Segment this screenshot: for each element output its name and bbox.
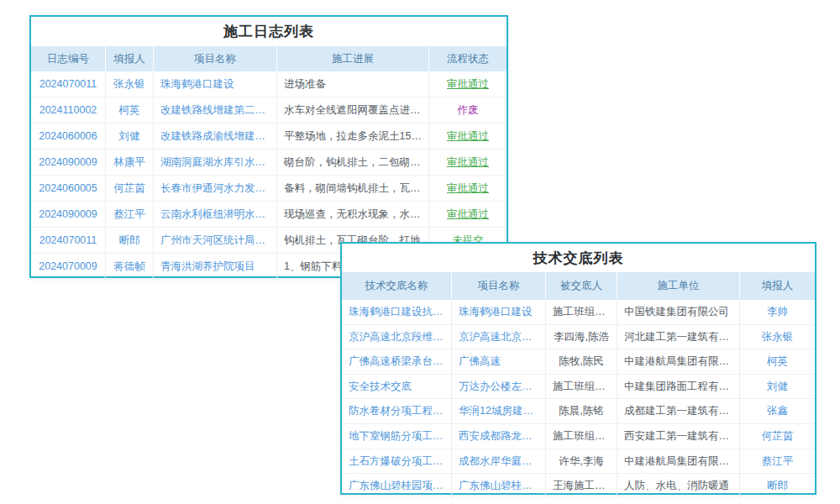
reporter-link[interactable]: 刘健	[740, 375, 815, 399]
column-header-progress: 施工进展	[277, 46, 429, 71]
recipient-text: 施工班组带班...	[546, 424, 617, 449]
column-header-project: 项目名称	[452, 272, 546, 300]
log-no-link[interactable]: 2024060006	[31, 123, 106, 149]
project-link[interactable]: 广佛高速	[452, 349, 546, 374]
reporter-link[interactable]: 何芷茵	[740, 424, 815, 449]
recipient-text: 王海施工队全队	[546, 474, 617, 499]
project-link[interactable]: 京沪高速北京段维修	[452, 325, 546, 349]
table-row: 2024110002 柯英 改建铁路线增建第二线直... 水车对全线遮阳网覆盖点…	[31, 97, 507, 123]
log-no-link[interactable]: 2024070011	[31, 228, 106, 253]
table-row: 2024090009 林康平 湖南洞庭湖水库引水工程... 砌台阶，钩机排土，二…	[31, 150, 507, 176]
disclosure-name-link[interactable]: 防水卷材分项工程施...	[342, 399, 452, 423]
log-no-link[interactable]: 2024060005	[31, 176, 106, 201]
status-link[interactable]: 审批通过	[429, 176, 507, 201]
recipient-text: 许华,李海	[546, 449, 617, 474]
log-no-link[interactable]: 2024110002	[31, 97, 106, 123]
disclosure-name-link[interactable]: 珠海鹤港口建设抗浮...	[342, 300, 452, 324]
unit-text: 河北建工第一建筑有限责任公司	[617, 325, 740, 349]
disclosure-name-link[interactable]: 广佛高速桥梁承台施...	[342, 349, 452, 374]
project-link[interactable]: 改建铁路成渝线增建第二...	[154, 123, 277, 149]
reporter-link[interactable]: 张永银	[106, 71, 154, 97]
status-badge: 作废	[429, 97, 507, 123]
project-link[interactable]: 成都水岸华庭名苑...	[452, 449, 546, 474]
disclosure-name-link[interactable]: 京沪高速北京段维修...	[342, 325, 452, 349]
progress-text: 砌台阶，钩机排土，二包砌间...	[277, 150, 429, 175]
project-link[interactable]: 广东佛山碧桂园项目	[452, 474, 546, 499]
project-link[interactable]: 华润12城房建工...	[452, 399, 546, 423]
disclosure-name-link[interactable]: 安全技术交底	[342, 375, 452, 399]
table-row: 京沪高速北京段维修... 京沪高速北京段维修 李四海,陈浩 河北建工第一建筑有限…	[342, 325, 815, 350]
log-no-link[interactable]: 2024090009	[31, 202, 106, 227]
table-row: 广佛高速桥梁承台施... 广佛高速 陈牧,陈民 中建港航局集团有限公司 柯英	[342, 349, 815, 375]
tech-disclosure-titlebar: 技术交底列表	[342, 244, 815, 272]
construction-log-panel: 施工日志列表 日志编号 填报人 项目名称 施工进展 流程状态 202407001…	[29, 15, 508, 278]
project-link[interactable]: 珠海鹤港口建设	[154, 71, 277, 97]
disclosure-name-link[interactable]: 地下室钢筋分项工程...	[342, 424, 452, 449]
unit-text: 成都建工第一建筑有限责任公司	[617, 399, 740, 423]
table-row: 2024090009 蔡江平 云南水利枢纽潜明水库一... 现场巡查，无积水现象…	[31, 202, 507, 228]
column-header-log-no: 日志编号	[31, 46, 106, 71]
reporter-link[interactable]: 何芷茵	[106, 176, 154, 201]
disclosure-name-link[interactable]: 广东佛山碧桂园项目...	[342, 474, 452, 499]
tech-disclosure-body: 珠海鹤港口建设抗浮... 珠海鹤港口建设 施工班组带班... 中国铁建集团有限公…	[342, 300, 815, 499]
table-row: 珠海鹤港口建设抗浮... 珠海鹤港口建设 施工班组带班... 中国铁建集团有限公…	[342, 300, 815, 325]
table-row: 防水卷材分项工程施... 华润12城房建工... 陈晨,陈铭 成都建工第一建筑有…	[342, 399, 815, 424]
reporter-link[interactable]: 柯英	[740, 349, 815, 374]
tech-disclosure-panel: 技术交底列表 技术交底名称 项目名称 被交底人 施工单位 填报人 珠海鹤港口建设…	[340, 242, 816, 495]
status-link[interactable]: 审批通过	[429, 123, 507, 149]
table-row: 安全技术交底 万达办公楼左侧A... 施工班组带班... 中建集团路面工程有限公…	[342, 375, 815, 400]
column-header-status: 流程状态	[429, 46, 507, 71]
reporter-link[interactable]: 张永银	[740, 325, 815, 349]
reporter-link[interactable]: 蒋德帧	[106, 254, 154, 280]
project-link[interactable]: 云南水利枢纽潜明水库一...	[154, 202, 277, 227]
recipient-text: 施工班组带班...	[546, 300, 617, 324]
reporter-link[interactable]: 断郎	[740, 474, 815, 499]
project-link[interactable]: 广州市天河区统计局机房...	[154, 228, 277, 253]
column-header-reporter: 填报人	[106, 46, 154, 71]
reporter-link[interactable]: 断郎	[106, 228, 154, 253]
reporter-link[interactable]: 林康平	[106, 150, 154, 175]
construction-log-titlebar: 施工日志列表	[31, 17, 507, 46]
recipient-text: 施工班组带班...	[546, 375, 617, 399]
project-link[interactable]: 青海洪湖养护院项目	[154, 254, 277, 280]
progress-text: 平整场地，拉走多余泥土15辆...	[277, 123, 429, 149]
unit-text: 中建港航局集团有限公司	[617, 449, 740, 474]
reporter-link[interactable]: 蔡江平	[106, 202, 154, 227]
table-row: 土石方爆破分项工程... 成都水岸华庭名苑... 许华,李海 中建港航局集团有限…	[342, 449, 815, 475]
progress-text: 备料，砌间墙钩机排土，瓦工...	[277, 176, 429, 201]
table-row: 广东佛山碧桂园项目... 广东佛山碧桂园项目 王海施工队全队 人防、水电、消防暖…	[342, 474, 815, 499]
reporter-link[interactable]: 张鑫	[740, 399, 815, 423]
status-link[interactable]: 审批通过	[429, 71, 507, 97]
disclosure-name-link[interactable]: 土石方爆破分项工程...	[342, 449, 452, 474]
tech-disclosure-header-row: 技术交底名称 项目名称 被交底人 施工单位 填报人	[342, 272, 815, 300]
progress-text: 现场巡查，无积水现象，水马...	[277, 202, 429, 227]
log-no-link[interactable]: 2024090009	[31, 150, 106, 175]
log-no-link[interactable]: 2024070009	[31, 254, 106, 280]
column-header-disclosure-name: 技术交底名称	[342, 272, 452, 300]
status-link[interactable]: 审批通过	[429, 202, 507, 227]
progress-text: 进场准备	[277, 71, 429, 97]
project-link[interactable]: 长春市伊通河水力发电厂...	[154, 176, 277, 201]
project-link[interactable]: 西安成都路龙湖上...	[452, 424, 546, 449]
unit-text: 人防、水电、消防暖通	[617, 474, 740, 499]
project-link[interactable]: 珠海鹤港口建设	[452, 300, 546, 324]
recipient-text: 陈牧,陈民	[546, 349, 617, 374]
table-row: 地下室钢筋分项工程... 西安成都路龙湖上... 施工班组带班... 西安建工第…	[342, 424, 815, 449]
construction-log-title: 施工日志列表	[223, 22, 314, 41]
progress-text: 水车对全线遮阳网覆盖点进行...	[277, 97, 429, 123]
status-link[interactable]: 审批通过	[429, 150, 507, 175]
table-row: 2024060006 刘健 改建铁路成渝线增建第二... 平整场地，拉走多余泥土…	[31, 123, 507, 150]
log-no-link[interactable]: 2024070011	[31, 71, 106, 97]
reporter-link[interactable]: 刘健	[106, 123, 154, 149]
project-link[interactable]: 万达办公楼左侧A...	[452, 375, 546, 399]
table-row: 2024060005 何芷茵 长春市伊通河水力发电厂... 备料，砌间墙钩机排土…	[31, 176, 507, 202]
project-link[interactable]: 改建铁路线增建第二线直...	[154, 97, 277, 123]
recipient-text: 陈晨,陈铭	[546, 399, 617, 423]
project-link[interactable]: 湖南洞庭湖水库引水工程...	[154, 150, 277, 175]
column-header-reporter: 填报人	[740, 272, 815, 300]
unit-text: 中国铁建集团有限公司	[617, 300, 740, 324]
recipient-text: 李四海,陈浩	[546, 325, 617, 349]
reporter-link[interactable]: 蔡江平	[740, 449, 815, 474]
reporter-link[interactable]: 李帅	[740, 300, 815, 324]
reporter-link[interactable]: 柯英	[106, 97, 154, 123]
